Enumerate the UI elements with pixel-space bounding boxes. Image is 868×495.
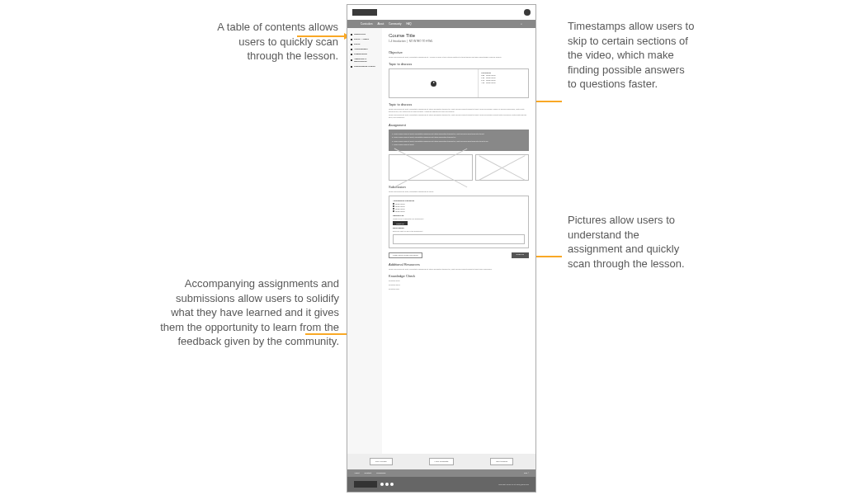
timestamp-row[interactable]: 1:30 - Lorem ipsum [481,77,526,78]
nav-item[interactable]: Curriculum [361,22,373,26]
timestamps-panel: Timestamps 0:00 - Lorem ipsum 1:30 - Lor… [478,69,528,97]
assignment-line: 3. Lorem ipsum dolor sit amet, consectet… [392,140,526,143]
sidebar-item[interactable]: ASSIGNMENT [351,48,379,50]
video-block: Timestamps 0:00 - Lorem ipsum 1:30 - Lor… [389,68,529,98]
arrow-toc [297,35,345,37]
knowledge-q: Question lorem [389,280,529,282]
avatar-icon[interactable] [524,9,531,16]
description-title: Description [393,227,525,229]
timestamp-row[interactable]: 2:45 - Lorem ipsum [481,79,526,81]
upload-hint: Upload a file to complete your assignmen… [393,218,525,220]
social-icon[interactable] [380,483,384,486]
mark-complete-button[interactable]: Mark Complete [429,458,455,465]
course-title: Course Title [389,33,529,38]
topic-para: Lorem ipsum dolor sit amet, consectetur … [389,108,529,112]
assignment-line: 1. Lorem ipsum dolor sit amet, consectet… [392,133,526,135]
sidebar-item[interactable]: SUBMISSION [351,53,379,55]
image-placeholder [475,154,529,181]
footer-link[interactable]: About [354,472,360,474]
checkbox-icon[interactable] [393,208,394,210]
wf-sidebar-toc: OBJECTIVE TOPIC + VIDEO TOPIC ASSIGNMENT… [347,28,382,454]
submission-buttons: PREVIOUS SUBMISSIONS SUBMIT [389,252,529,258]
wf-header [347,5,535,20]
previous-submissions-button[interactable]: PREVIOUS SUBMISSIONS [389,252,422,258]
wireframe-mockup: Curriculum About Community FAQ ⌕ OBJECTI… [347,4,536,493]
knowledge-q: Question dolor [389,288,529,290]
checkbox-row[interactable]: Lorem ipsum [393,208,525,210]
timestamp-row[interactable]: 4:10 - Lorem ipsum [481,82,526,83]
social-icon[interactable] [390,483,394,486]
topic-text-title: Topic to discuss [389,102,529,106]
additional-title: Additional Resources [389,262,529,266]
description-textarea[interactable] [393,234,525,244]
footer-bottom: Copyright. Reach us at: hello@gmail.com [347,477,535,492]
bottom-nav: Prev Course Mark Complete Next Lesson [347,454,535,469]
footer-links: About Contact Language Top ↑ [347,469,535,477]
annotation-assignments: Accompanying assignments and submissions… [153,276,339,349]
checklist-title: Assignment Checklist [393,200,525,202]
footer-link[interactable]: Contact [365,472,372,474]
logo-placeholder [352,9,377,16]
objective-title: Objective [389,50,529,54]
image-placeholder [389,154,473,181]
annotation-timestamps: Timestamps allow users to skip to certai… [568,19,696,92]
search-icon[interactable]: ⌕ [521,22,522,26]
sidebar-item[interactable]: TOPIC [351,43,379,45]
nav-item[interactable]: Community [389,22,401,26]
footer-logo-placeholder [354,481,377,488]
submission-panel: Assignment Checklist Lorem ipsum Lorem i… [389,196,529,248]
topic-para: Lorem ipsum dolor sit amet, consectetur … [389,114,529,118]
nav-item[interactable]: About [378,22,384,26]
upload-title: Upload File [393,214,525,217]
assignment-line: 4. Lorem ipsum dolor sit amet. [392,144,526,146]
checkbox-row[interactable]: Lorem ipsum [393,210,525,212]
next-lesson-button[interactable]: Next Lesson [490,458,513,465]
sidebar-item[interactable]: OBJECTIVE [351,33,379,35]
knowledge-q: Question ipsum [389,284,529,286]
submission-title: Submission [389,185,529,189]
footer-link[interactable]: Language [376,472,385,474]
social-icons [380,483,394,486]
sidebar-item[interactable]: KNOWLEDGE CHECK [351,65,379,68]
objective-text: Lorem ipsum dolor sit amet, consectetur … [389,56,529,59]
knowledge-title: Knowledge Check [389,274,529,278]
sidebar-item[interactable]: ADDITIONAL RESOURCES [351,58,379,63]
sidebar-item[interactable]: TOPIC + VIDEO [351,38,379,40]
prev-course-button[interactable]: Prev Course [370,458,393,465]
images-row [389,154,529,181]
back-to-top[interactable]: Top ↑ [524,472,529,474]
description-hint: Describe what you did in this assignment [393,230,525,233]
copyright-text: Copyright. Reach us at: hello@gmail.com [498,483,529,485]
play-icon[interactable] [431,81,436,87]
submission-intro: Lorem ipsum dolor sit amet, consectetur … [389,191,529,193]
lesson-subtitle: 1.4 Introduction | NO INTRO TO HTML [389,40,529,43]
checkbox-icon[interactable] [393,210,394,212]
additional-text: Lorem ipsum dolor sit amet, consectetur … [389,268,529,271]
checkbox-row[interactable]: Lorem ipsum [393,205,525,207]
select-file-button[interactable]: Select File [393,221,408,225]
timestamps-header: Timestamps [481,72,526,73]
timestamp-row[interactable]: 0:00 - Lorem ipsum [481,74,526,76]
video-player[interactable] [389,69,478,97]
topic-video-title: Topic to discuss [389,62,529,66]
assignment-line: 2. Lorem ipsum dolor sit amet, consectet… [392,136,526,139]
checkbox-row[interactable]: Lorem ipsum [393,203,525,205]
checkbox-icon[interactable] [393,203,394,205]
assignment-title: Assignment [389,123,529,127]
wf-nav: Curriculum About Community FAQ ⌕ [347,20,535,28]
annotation-toc: A table of contents allows users to quic… [210,20,338,64]
submit-button[interactable]: SUBMIT [512,252,529,258]
assignment-box: 1. Lorem ipsum dolor sit amet, consectet… [389,130,529,151]
wf-main: Course Title 1.4 Introduction | NO INTRO… [382,28,535,454]
nav-item[interactable]: FAQ [407,22,412,26]
social-icon[interactable] [385,483,389,486]
checkbox-icon[interactable] [393,205,394,207]
annotation-pictures: Pictures allow users to understand the a… [568,213,696,271]
